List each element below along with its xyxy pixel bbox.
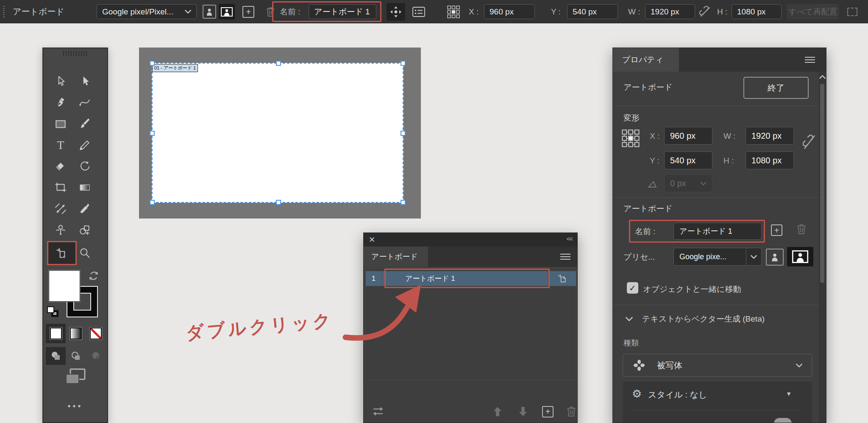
eyedropper-tool[interactable] [75,200,94,218]
move-down-button[interactable] [517,406,529,417]
rearrange-all-button[interactable]: すべて再配置 [787,4,839,20]
pen-tool[interactable] [51,94,70,112]
new-artboard-panel-button[interactable]: + [542,406,554,417]
gradient-tool[interactable] [75,179,94,196]
w-input[interactable]: 1920 px [645,4,695,19]
gear-icon: ⚙ [632,387,642,401]
handle-bottom-right[interactable] [401,200,406,205]
y-label: Y : [551,0,561,23]
move-artwork-toggle[interactable] [387,3,405,21]
artboard-row[interactable]: 1 アートボード 1 [366,271,576,286]
angle-input[interactable]: 0 px [664,174,712,192]
panel-menu-icon[interactable] [560,254,570,260]
artboard-tool[interactable] [53,244,71,262]
handle-top-mid[interactable] [276,61,281,66]
landscape-orientation-button[interactable] [219,4,235,20]
move-with-art-checkbox[interactable]: ✓ [627,282,638,294]
draw-mode-row [46,347,106,365]
preset-chevron-segment[interactable] [746,248,761,265]
new-artboard-button[interactable]: + [242,6,254,18]
edit-toolbar-button[interactable]: ••• [43,401,107,411]
scroll-up-icon[interactable] [819,75,826,79]
drag-grip[interactable] [3,6,5,18]
new-artboard-button[interactable]: + [771,224,782,236]
eraser-tool[interactable] [51,157,70,175]
h-input[interactable]: 1080 px [746,151,794,169]
gradient-button[interactable] [66,324,86,343]
toggle-switch-partial[interactable] [774,418,792,423]
puppet-warp-tool[interactable] [51,221,70,239]
reference-point-selector[interactable] [446,6,461,18]
tab-properties[interactable]: プロパティ [613,48,679,72]
move-artwork-icon [390,6,401,17]
none-button[interactable] [86,324,106,343]
x-input[interactable]: 960 px [664,127,712,145]
reference-point-selector[interactable] [622,129,640,147]
artboard-preview[interactable]: 01 - アートボード 1 [152,63,403,203]
kind-dropdown[interactable]: 被写体 [623,354,812,377]
artboard-name-tag[interactable]: 01 - アートボード 1 [152,64,198,72]
type-tool[interactable]: T [51,136,70,154]
tab-artboards[interactable]: アートボード [364,247,428,267]
artboard-options-button[interactable] [411,5,426,19]
link-wh-toggle[interactable] [803,133,816,151]
draw-inside-button[interactable] [86,347,106,365]
artboards-panel-footer: + [364,403,577,420]
move-up-button[interactable] [492,406,503,417]
direct-selection-tool[interactable] [75,73,94,90]
handle-right-mid[interactable] [401,131,406,136]
section-chevron[interactable] [626,317,633,321]
delete-artboard-panel-button[interactable] [566,406,576,417]
fill-color-swatch[interactable] [49,270,80,302]
scrollbar[interactable] [819,72,826,423]
portrait-orientation-button[interactable] [766,249,784,266]
selection-tool[interactable] [51,73,70,90]
close-icon[interactable]: ✕ [369,235,375,244]
x-input[interactable]: 960 px [484,4,535,19]
artboard-bounds-menu[interactable] [845,6,860,18]
preset-dropdown[interactable]: Google pixe... [673,248,762,266]
rearrange-artboards-button[interactable] [372,406,384,417]
link-dimensions-toggle[interactable] [698,6,712,18]
landscape-orientation-button[interactable] [787,247,813,266]
style-picker[interactable]: ⚙ スタイル : なし ▼ [623,382,812,423]
swap-fill-stroke-button[interactable] [88,271,99,281]
eraser-icon [55,160,67,172]
y-input[interactable]: 540 px [567,4,618,19]
draw-behind-button[interactable] [66,347,86,365]
w-input[interactable]: 1920 px [746,127,794,145]
paintbrush-icon [79,118,91,130]
paintbrush-tool[interactable] [75,115,94,133]
draw-normal-icon [50,351,61,361]
scale-tool[interactable] [51,200,70,218]
portrait-orientation-button[interactable] [203,5,216,19]
draw-normal-button[interactable] [46,347,66,365]
handle-bottom-left[interactable] [150,200,155,205]
preset-dropdown[interactable]: Google pixel/Pixel... [97,4,197,19]
document-canvas[interactable]: 01 - アートボード 1 [139,48,421,219]
panel-menu-icon[interactable] [805,57,815,63]
rectangle-tool[interactable] [51,115,70,133]
palette-grip[interactable] [63,51,89,56]
pencil-tool[interactable] [75,136,94,154]
artboard-row-icon-cell[interactable] [548,271,576,286]
default-fill-stroke-button[interactable] [47,306,60,318]
frame-tool[interactable] [51,179,70,196]
scrollbar-thumb[interactable] [820,84,824,283]
handle-bottom-mid[interactable] [276,200,281,205]
delete-artboard-button[interactable] [796,224,807,235]
handle-top-right[interactable] [401,61,406,66]
shape-builder-tool[interactable] [75,221,94,239]
h-input[interactable]: 1080 px [732,4,782,19]
zoom-tool[interactable] [75,244,94,262]
y-input[interactable]: 540 px [664,151,712,169]
handle-left-mid[interactable] [150,131,155,136]
rotate-tool[interactable] [75,157,94,175]
color-button[interactable] [46,324,66,343]
collapse-panel-icon[interactable]: << [566,235,572,242]
exit-button[interactable]: 終了 [743,77,809,99]
curvature-tool[interactable] [75,94,94,112]
handle-top-left[interactable] [150,61,155,66]
w-label: W : [628,0,640,23]
screen-mode-button[interactable] [64,367,86,386]
